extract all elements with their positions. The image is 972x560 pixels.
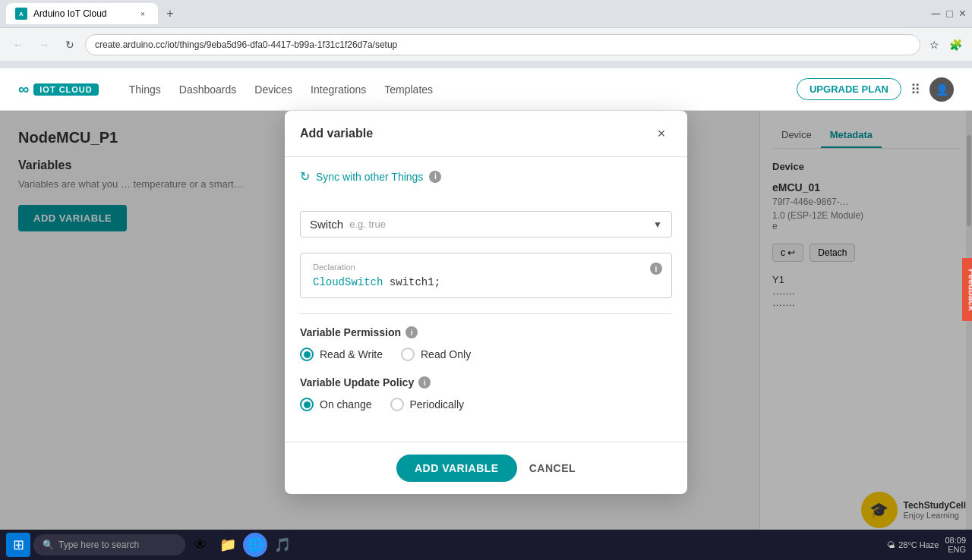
read-write-label: Read & Write [320,348,383,360]
type-name: Switch [310,218,343,231]
permission-section: Variable Permission i Read & Write [300,326,672,361]
policy-on-change[interactable]: On change [300,398,372,411]
sync-icon: ↻ [300,169,310,184]
new-tab-button[interactable]: + [161,5,179,23]
nav-devices[interactable]: Devices [254,80,292,99]
iot-cloud-label: IOT CLOUD [33,83,99,96]
nav-templates[interactable]: Templates [384,80,433,99]
browser-actions: ☆ 🧩 [925,36,964,54]
reload-button[interactable]: ↻ [59,34,80,55]
bookmark-icon[interactable]: ☆ [925,36,943,54]
browser-toolbar: ← → ↻ create.arduino.cc/iot/things/9eba5… [0,27,972,61]
forward-button[interactable]: → [33,34,55,55]
maximize-button[interactable]: □ [946,8,952,20]
declaration-box: Declaration CloudSwitch switch1; i [300,253,672,298]
radio-read-only-outer[interactable] [401,348,415,361]
address-bar[interactable]: create.arduino.cc/iot/things/9eba5d96-df… [85,34,920,55]
search-icon: 🔍 [43,540,54,550]
code-type: CloudSwitch [313,276,383,288]
permission-section-header: Variable Permission i [300,326,672,338]
nav-links: Things Dashboards Devices Integrations T… [129,80,797,99]
page-content: ∞ IOT CLOUD Things Dashboards Devices In… [0,68,972,560]
logo-area: ∞ IOT CLOUD [18,80,99,98]
radio-read-write-outer[interactable] [300,348,314,361]
top-nav: ∞ IOT CLOUD Things Dashboards Devices In… [0,68,972,111]
modal-cancel-button[interactable]: CANCEL [529,462,576,474]
feedback-tab[interactable]: Feedback [961,258,972,321]
arduino-infinity-icon: ∞ [18,80,29,98]
arduino-logo[interactable]: ∞ IOT CLOUD [18,80,99,98]
weather-icon: 🌤 [887,540,895,549]
on-change-label: On change [320,398,372,411]
nav-dashboards[interactable]: Dashboards [179,80,237,99]
modal-title: Add variable [300,127,373,140]
taskbar-app-cortana[interactable]: 👁 [188,533,213,557]
close-window-button[interactable]: × [959,7,966,20]
radio-periodically-outer[interactable] [390,398,404,411]
modal-header: Add variable × [285,111,687,157]
permission-read-only[interactable]: Read Only [401,348,471,361]
dropdown-arrow-icon: ▼ [653,219,662,230]
policy-periodically[interactable]: Periodically [390,398,465,411]
modal-footer: ADD VARIABLE CANCEL [285,442,687,494]
sync-row: ↻ Sync with other Things i [300,169,672,196]
radio-on-change-inner [304,401,311,408]
tab-favicon: A [15,8,27,20]
add-variable-modal: Add variable × ↻ Sync with other Things … [285,111,687,494]
main-area: NodeMCU_P1 Variables Variables are what … [0,111,972,560]
upgrade-plan-button[interactable]: UPGRADE PLAN [797,78,901,100]
update-policy-section: Variable Update Policy i On change [300,376,672,411]
user-avatar[interactable]: 👤 [929,77,954,102]
radio-read-write-inner [304,351,311,358]
taskbar-app-vlc[interactable]: 🎵 [270,533,295,557]
decl-info: i [650,263,662,275]
permission-label: Variable Permission [300,326,401,338]
taskbar-search[interactable]: 🔍 Type here to search [33,534,185,555]
permission-read-write[interactable]: Read & Write [300,348,383,361]
code-name: switch1; [383,276,440,288]
time-text: 08:09 [945,536,966,545]
taskbar-right: 🌤 28°C Haze 08:09 ENG [887,536,966,554]
search-placeholder: Type here to search [58,540,139,550]
tab-close-button[interactable]: × [137,8,149,20]
url-text: create.arduino.cc/iot/things/9eba5d96-df… [95,39,397,50]
modal-add-variable-button[interactable]: ADD VARIABLE [396,455,517,482]
update-policy-info-icon[interactable]: i [418,376,431,389]
declaration-label: Declaration [313,263,659,272]
periodically-label: Periodically [410,398,465,411]
start-button[interactable]: ⊞ [6,533,30,557]
time-display: 08:09 ENG [945,536,966,554]
taskbar: ⊞ 🔍 Type here to search 👁 📁 🌐 🎵 🌤 28°C H… [0,530,972,560]
date-text: ENG [945,545,966,554]
type-dropdown-left: Switch e.g. true [310,218,386,231]
nav-right: UPGRADE PLAN ⠿ 👤 [797,77,954,102]
declaration-info-icon[interactable]: i [650,263,662,275]
sync-info-icon[interactable]: i [429,171,441,183]
weather-display: 🌤 28°C Haze [887,540,939,549]
divider [300,313,672,314]
nav-integrations[interactable]: Integrations [311,80,366,99]
update-policy-header: Variable Update Policy i [300,376,672,389]
declaration-code: CloudSwitch switch1; [313,276,659,288]
radio-on-change-outer[interactable] [300,398,314,411]
grid-icon[interactable]: ⠿ [910,81,920,98]
tab-title: Arduino IoT Cloud [33,8,107,19]
nav-things[interactable]: Things [129,80,161,99]
modal-body: ↻ Sync with other Things i Switch e.g. t… [285,157,687,442]
modal-overlay[interactable]: Add variable × ↻ Sync with other Things … [0,111,972,560]
extensions-icon[interactable]: 🧩 [946,36,964,54]
minimize-button[interactable]: ─ [932,7,940,20]
update-policy-label: Variable Update Policy [300,376,414,389]
weather-text: 28°C Haze [898,540,939,549]
taskbar-app-files[interactable]: 📁 [216,533,240,557]
browser-tab[interactable]: A Arduino IoT Cloud × [6,3,158,24]
modal-close-button[interactable]: × [651,123,672,144]
permission-radio-group: Read & Write Read Only [300,348,672,361]
type-example: e.g. true [349,219,386,230]
permission-info-icon[interactable]: i [406,326,418,338]
type-dropdown[interactable]: Switch e.g. true ▼ [300,211,672,238]
read-only-label: Read Only [421,348,471,360]
back-button[interactable]: ← [8,34,29,55]
taskbar-app-chrome[interactable]: 🌐 [243,533,267,557]
sync-label[interactable]: Sync with other Things [316,171,423,183]
